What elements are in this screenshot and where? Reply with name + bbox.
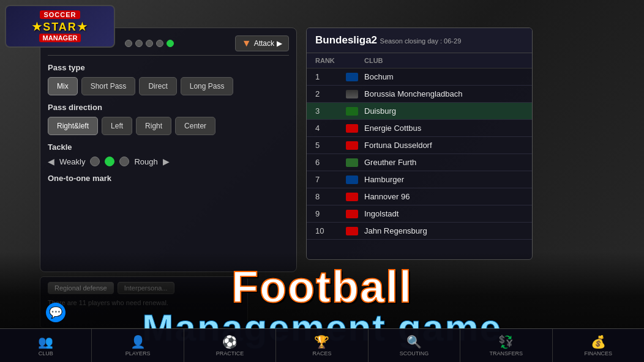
bundesliga-title: Bundesliga2 — [315, 34, 377, 46]
races-label: RACES — [312, 350, 331, 356]
one-to-one-label: One-to-one mark — [48, 174, 289, 183]
cottbus-flag — [346, 124, 358, 133]
dir-center-button[interactable]: Center — [175, 117, 215, 135]
transfers-label: TRANSFERS — [490, 350, 523, 356]
tackle-label: Tackle — [48, 142, 289, 152]
table-row: 10 Jahn Regensburg — [307, 223, 532, 240]
logo-soccer-text: SOCCER — [40, 10, 80, 19]
table-row: 7 Hamburger — [307, 171, 532, 188]
tackle-rough-label: Rough — [134, 157, 157, 166]
col-icon — [346, 57, 364, 64]
bottom-tab-scouting[interactable]: 🔍 SCOUTING — [369, 329, 460, 362]
finances-label: FINANCES — [584, 350, 612, 356]
hamburger-flag — [346, 175, 358, 184]
jahn-flag — [346, 227, 358, 235]
arrow-down-icon: ▼ — [242, 38, 252, 49]
pass-direction-buttons: Right&left Left Right Center — [48, 117, 289, 135]
bottom-tab-transfers[interactable]: 💱 TRANSFERS — [460, 329, 552, 362]
dir-right-button[interactable]: Right — [136, 117, 171, 135]
tackle-left-arrow: ◀ — [48, 157, 54, 166]
dot-1 — [125, 40, 132, 47]
pass-direct-button[interactable]: Direct — [139, 77, 176, 95]
bundesliga-header: Bundesliga2 Season closing day : 06-29 — [307, 28, 532, 53]
table-row: 4 Energie Cottbus — [307, 120, 532, 137]
practice-label: PRACTICE — [216, 350, 244, 356]
table-row: 6 Greuther Furth — [307, 154, 532, 171]
table-row: 8 Hannover 96 — [307, 188, 532, 205]
pass-type-buttons: Mix Short Pass Direct Long Pass — [48, 77, 289, 95]
bundesliga-subtitle: Season closing day : 06-29 — [380, 37, 462, 45]
arrow-right-icon: ▶ — [277, 39, 282, 48]
table-row: 2 Borussia Monchengladbach — [307, 86, 532, 103]
ingolstadt-flag — [346, 210, 358, 218]
pass-direction-label: Pass direction — [48, 103, 289, 112]
dot-2 — [135, 40, 143, 47]
table-row: 1 Bochum — [307, 68, 532, 86]
bm-flag — [346, 90, 358, 98]
bottom-tab-practice[interactable]: ⚽ PRACTICE — [184, 329, 276, 362]
col-rank: RANK — [315, 57, 346, 64]
bottom-tab-finances[interactable]: 💰 FINANCES — [553, 329, 644, 362]
practice-icon: ⚽ — [222, 334, 238, 349]
logo-star-text: ★STAR★ — [32, 20, 88, 34]
bundesliga-panel: Bundesliga2 Season closing day : 06-29 R… — [306, 28, 533, 260]
transfers-icon: 💱 — [498, 334, 514, 349]
races-icon: 🏆 — [314, 334, 329, 349]
dots-row — [125, 40, 174, 47]
greuther-flag — [346, 158, 358, 167]
scouting-label: SCOUTING — [400, 350, 429, 356]
duisburg-flag — [346, 107, 358, 116]
attack-label: Attack — [254, 39, 274, 48]
tackle-dot-3 — [119, 157, 129, 166]
tackle-weakly-label: Weakly — [59, 157, 85, 166]
tackle-dot-1 — [90, 157, 100, 166]
dot-3 — [146, 40, 153, 47]
finances-icon: 💰 — [591, 334, 606, 349]
pass-short-button[interactable]: Short Pass — [81, 77, 136, 95]
messenger-icon[interactable]: 💬 — [46, 303, 66, 322]
messenger-symbol: 💬 — [49, 306, 62, 319]
tackle-dot-2-active — [105, 157, 114, 166]
app-logo: SOCCER ★STAR★ MANAGER — [5, 5, 115, 48]
col-club: CLUB — [364, 57, 523, 64]
players-label: PLAYERS — [125, 350, 151, 356]
bottom-navigation: 👥 CLUB 👤 PLAYERS ⚽ PRACTICE 🏆 RACES 🔍 SC… — [0, 328, 644, 362]
table-row-highlighted: 3 Duisburg — [307, 103, 532, 120]
logo-manager-text: MANAGER — [39, 34, 81, 42]
fortuna-flag — [346, 141, 358, 150]
table-row: 9 Ingolstadt — [307, 205, 532, 223]
pass-type-label: Pass type — [48, 63, 289, 72]
club-label: CLUB — [39, 350, 53, 356]
players-icon: 👤 — [130, 334, 146, 349]
dot-4 — [156, 40, 163, 47]
dir-left-button[interactable]: Left — [102, 117, 132, 135]
bottom-tab-races[interactable]: 🏆 RACES — [276, 329, 368, 362]
pass-long-button[interactable]: Long Pass — [181, 77, 234, 95]
dot-5-active — [167, 40, 174, 47]
pass-mix-button[interactable]: Mix — [48, 77, 78, 95]
club-icon: 👥 — [38, 334, 53, 349]
bundesliga-col-headers: RANK CLUB — [307, 53, 532, 68]
bottom-tab-club[interactable]: 👥 CLUB — [0, 329, 92, 362]
tactics-panel: Ta... ▼ Attack ▶ Pass type Mix Short Pas… — [40, 28, 297, 272]
scouting-icon: 🔍 — [406, 334, 422, 349]
tackle-right-arrow: ▶ — [163, 157, 170, 166]
attack-button[interactable]: ▼ Attack ▶ — [235, 35, 289, 51]
bottom-tab-players[interactable]: 👤 PLAYERS — [92, 329, 184, 362]
tackle-row: ◀ Weakly Rough ▶ — [48, 157, 289, 166]
dir-rightleft-button[interactable]: Right&left — [48, 117, 98, 135]
hannover-flag — [346, 193, 358, 201]
table-row: 5 Fortuna Dusseldorf — [307, 137, 532, 154]
hero-title-line1: Football — [231, 265, 413, 309]
bochum-flag — [346, 73, 358, 81]
